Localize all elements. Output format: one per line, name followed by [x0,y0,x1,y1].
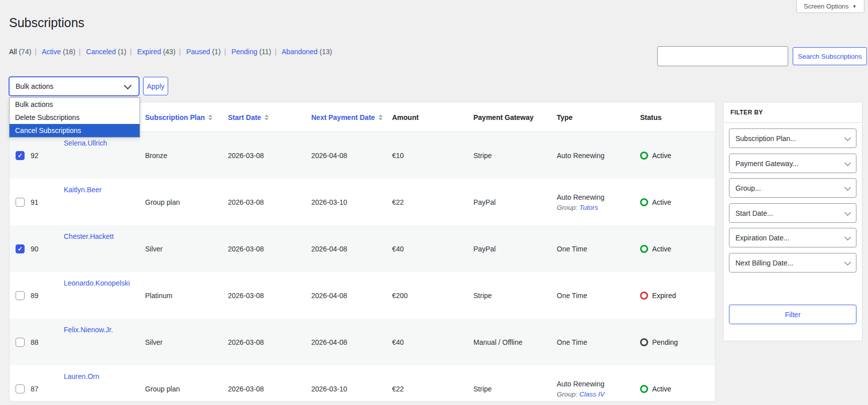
bulk-option-bulk-actions[interactable]: Bulk actions [10,98,140,111]
bulk-actions-dropdown: Bulk actions Delete Subscriptions Cancel… [9,97,140,138]
filter-link-active[interactable]: Active [42,48,61,56]
status-label: Active [652,245,671,253]
column-header-next-payment-date[interactable]: Next Payment Date [311,102,383,132]
cell-next-payment: 2026-04-08 [311,319,347,365]
table-row: ✓ 87 Lauren.Orn Group plan 2026-03-08 20… [10,365,715,401]
cell-next-payment: 2026-04-08 [311,225,347,272]
filter-select-start-date[interactable]: Start Date... [729,203,856,223]
column-header-subscription-plan[interactable]: Subscription Plan [145,102,212,132]
chevron-down-icon [844,209,851,216]
cell-amount: €40 [392,225,404,272]
status-icon [640,152,648,160]
table-row: ✓ 89 Leonardo.Konopelski Platinum 2026-0… [10,272,715,319]
user-link[interactable]: Leonardo.Konopelski [64,279,130,287]
group-label: Group: [557,204,577,211]
filter-select-payment-gateway[interactable]: Payment Gateway... [729,154,856,173]
status-icon [640,385,648,393]
column-header-type: Type [557,102,573,132]
user-link[interactable]: Chester.Hackett [64,232,114,240]
user-link[interactable]: Felix.Nienow.Jr. [64,326,113,334]
status-label: Pending [652,338,678,346]
column-header-start-date[interactable]: Start Date [228,102,269,132]
row-checkbox[interactable]: ✓ [16,338,25,347]
cell-next-payment: 2026-04-08 [311,272,347,319]
column-header-amount: Amount [392,102,419,132]
cell-plan: Group plan [145,365,180,401]
bulk-option-delete-subscriptions[interactable]: Delete Subscriptions [10,111,140,124]
chevron-down-icon [844,259,851,265]
cell-type: One Time [557,225,587,272]
bulk-actions-select[interactable]: Bulk actions [9,77,139,96]
cell-status: Active [640,132,671,179]
cell-gateway: PayPal [473,179,495,225]
filter-select-next-billing-date[interactable]: Next Billing Date... [729,253,856,273]
table-row: ✓ 90 Chester.Hackett Silver 2026-03-08 2… [10,225,715,272]
cell-gateway: Stripe [473,132,492,179]
filter-by-title: FILTER BY [723,102,862,123]
status-filter-links: All (74)| Active (18)| Canceled (1)| Exp… [9,48,332,56]
group-link[interactable]: Tutors [579,204,598,211]
row-checkbox[interactable]: ✓ [16,244,25,253]
check-icon: ✓ [18,153,23,159]
chevron-down-icon [844,234,851,240]
subscription-id: 92 [31,132,39,179]
row-checkbox[interactable]: ✓ [16,291,25,300]
filter-link-expired[interactable]: Expired [137,48,161,56]
search-input[interactable] [657,46,788,66]
user-link[interactable]: Kaitlyn.Beer [64,186,101,194]
cell-amount: €40 [392,319,404,365]
filter-select-expiration-date[interactable]: Expiration Date... [729,228,856,247]
filter-link-all[interactable]: All [9,48,17,56]
filter-link-canceled[interactable]: Canceled [86,48,116,56]
user-link[interactable]: Lauren.Orn [64,372,99,380]
filter-select-subscription-plan[interactable]: Subscription Plan... [729,128,856,148]
chevron-down-icon [124,82,132,90]
column-header-payment-gateway: Payment Gateway [473,102,534,132]
cell-type: Auto Renewing Group: Tutors [557,179,604,225]
status-icon [640,338,648,346]
cell-amount: €10 [392,132,404,179]
check-icon: ✓ [18,246,23,252]
filter-button[interactable]: Filter [729,305,856,324]
cell-status: Pending [640,319,678,365]
cell-plan: Bronze [145,132,167,179]
apply-button[interactable]: Apply [143,77,168,95]
cell-plan: Group plan [145,179,180,225]
row-checkbox[interactable]: ✓ [16,151,25,160]
chevron-down-icon [844,184,851,191]
status-label: Active [652,198,671,206]
filter-select-group[interactable]: Group... [729,178,856,198]
subscription-id: 91 [31,179,39,225]
subscription-id: 88 [31,319,39,365]
cell-type: One Time [557,272,587,319]
cell-type: One Time [557,319,587,365]
screen-options-button[interactable]: Screen Options ▼ [796,0,864,13]
status-label: Active [652,385,671,393]
status-icon [640,198,648,206]
screen-options-label: Screen Options [804,3,849,10]
user-link[interactable]: Selena.Ullrich [64,139,107,147]
row-checkbox[interactable]: ✓ [16,198,25,207]
group-link[interactable]: Class IV [579,390,604,398]
cell-start: 2026-03-08 [228,225,264,272]
cell-status: Active [640,365,671,401]
filter-link-pending[interactable]: Pending [231,48,257,56]
cell-gateway: Manual / Offline [473,319,523,365]
cell-amount: €22 [392,179,404,225]
sort-icon [208,114,212,120]
status-label: Expired [652,292,676,300]
search-subscriptions-button[interactable]: Search Subscriptions [793,47,867,65]
chevron-down-icon [844,134,851,141]
cell-plan: Silver [145,225,163,272]
cell-status: Active [640,225,671,272]
page-title: Subscriptions [9,16,84,30]
cell-gateway: Stripe [473,365,492,401]
cell-next-payment: 2026-03-10 [311,365,347,401]
filter-by-panel: FILTER BY Subscription Plan... Payment G… [723,102,862,341]
bulk-option-cancel-subscriptions[interactable]: Cancel Subscriptions [10,124,140,137]
filter-link-paused[interactable]: Paused [186,48,210,56]
cell-start: 2026-03-08 [228,132,264,179]
row-checkbox[interactable]: ✓ [16,384,25,393]
cell-start: 2026-03-08 [228,179,264,225]
filter-link-abandoned[interactable]: Abandoned [282,48,318,56]
